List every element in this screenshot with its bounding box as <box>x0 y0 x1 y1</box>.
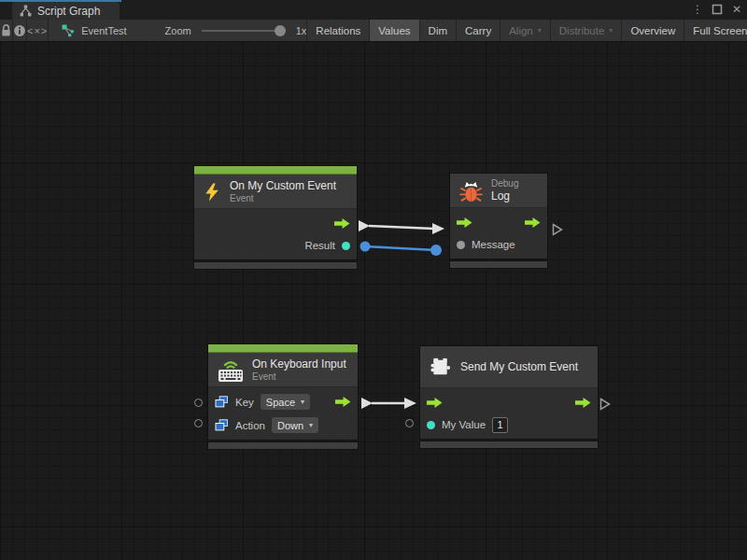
caret-down-icon: ▾ <box>609 26 613 35</box>
window-menu-icon[interactable]: ⋮ <box>691 3 704 16</box>
maximize-icon[interactable] <box>712 4 723 15</box>
port-row: Action Down ▾ <box>215 413 351 437</box>
port-row: Message <box>457 233 541 256</box>
port-row <box>201 212 350 234</box>
event-node-color-bar <box>208 344 358 353</box>
node-title: Send My Custom Event <box>460 360 578 374</box>
node-body: My Value 1 <box>420 388 598 439</box>
custom-event-icon <box>430 357 452 378</box>
port-label-result: Result <box>304 240 335 251</box>
port-row <box>427 391 591 413</box>
keyboard-icon <box>218 358 244 383</box>
action-dropdown[interactable]: Down ▾ <box>272 417 318 433</box>
graph-icon <box>20 5 32 17</box>
zoom-slider-track <box>202 30 286 32</box>
node-footer <box>420 441 598 448</box>
node-title: On Keyboard Input <box>252 357 346 371</box>
enum-icon <box>215 396 229 408</box>
bug-icon <box>459 179 483 203</box>
graph-canvas[interactable] <box>0 41 747 560</box>
flow-output-port[interactable] <box>335 397 351 407</box>
info-button[interactable] <box>13 20 27 41</box>
port-row: My Value 1 <box>427 413 591 436</box>
value-input-port-message[interactable] <box>457 241 465 249</box>
close-icon[interactable]: ✕ <box>730 3 743 16</box>
unconnected-value-port-my-value[interactable] <box>405 419 414 427</box>
enum-icon <box>215 419 229 431</box>
port-label-key: Key <box>235 397 254 408</box>
value-input-port-my-value[interactable] <box>427 421 435 429</box>
tab-title: Script Graph <box>37 5 100 18</box>
event-node-color-bar <box>194 166 357 175</box>
node-body: Key Space ▾ Action Down ▾ <box>208 387 358 440</box>
fullscreen-button[interactable]: Full Screen <box>684 20 747 41</box>
node-header[interactable]: Send My Custom Event <box>420 346 598 388</box>
lightning-icon <box>204 181 221 203</box>
window-controls: ⋮ ✕ <box>691 0 743 19</box>
unconnected-flow-port-send-event[interactable] <box>599 398 611 411</box>
carry-button[interactable]: Carry <box>457 20 500 41</box>
port-row: Result <box>201 234 350 257</box>
action-dropdown-value: Down <box>277 420 303 431</box>
port-label-my-value: My Value <box>442 419 486 430</box>
node-footer <box>450 261 547 268</box>
node-send-my-custom-event[interactable]: Send My Custom Event My Value 1 <box>420 346 598 448</box>
key-dropdown[interactable]: Space ▾ <box>261 394 310 410</box>
port-row <box>457 211 541 233</box>
node-category: Debug <box>491 178 518 189</box>
distribute-button[interactable]: Distribute▾ <box>551 20 623 41</box>
node-subtitle: Event <box>252 371 346 383</box>
zoom-label: Zoom <box>165 25 191 36</box>
unconnected-value-port-action[interactable] <box>194 419 203 427</box>
node-header[interactable]: On My Custom Event Event <box>194 175 357 209</box>
value-output-port-result[interactable] <box>342 242 350 250</box>
node-footer <box>194 262 357 269</box>
lock-icon <box>0 23 12 37</box>
node-footer <box>208 442 358 449</box>
my-value-input[interactable]: 1 <box>492 417 508 433</box>
unconnected-flow-port-debug-log[interactable] <box>552 223 563 236</box>
flow-input-port[interactable] <box>427 398 443 408</box>
tab-script-graph[interactable]: Script Graph <box>12 2 120 20</box>
node-body: Result <box>194 209 357 259</box>
toolbar-main-segment: EventTest Zoom 1x <box>49 20 307 41</box>
flow-output-port[interactable] <box>334 218 350 229</box>
info-icon <box>13 24 26 37</box>
lock-button[interactable] <box>0 20 13 41</box>
overview-button[interactable]: Overview <box>622 20 684 41</box>
node-debug-log[interactable]: Debug Log Message <box>450 174 547 268</box>
node-header[interactable]: Debug Log <box>450 174 547 208</box>
node-title: On My Custom Event <box>230 179 336 193</box>
port-label-action: Action <box>235 420 265 431</box>
graph-name: EventTest <box>81 25 126 36</box>
flow-output-port[interactable] <box>575 398 591 408</box>
flow-input-port[interactable] <box>457 217 472 228</box>
caret-down-icon: ▾ <box>538 26 542 35</box>
node-body: Message <box>450 208 547 259</box>
node-on-my-custom-event[interactable]: On My Custom Event Event Result <box>194 166 357 269</box>
dim-button[interactable]: Dim <box>420 20 457 41</box>
unconnected-value-port-key[interactable] <box>194 399 203 407</box>
script-graph-window: Script Graph ⋮ ✕ <×> <box>0 0 747 560</box>
key-dropdown-value: Space <box>266 397 295 408</box>
node-on-keyboard-input[interactable]: On Keyboard Input Event Key Space ▾ <box>208 344 358 449</box>
zoom-slider[interactable] <box>202 24 286 37</box>
node-header[interactable]: On Keyboard Input Event <box>208 353 358 387</box>
zoom-value: 1x <box>296 25 307 36</box>
node-subtitle: Event <box>230 193 336 204</box>
caret-down-icon: ▾ <box>301 398 304 406</box>
title-bar: Script Graph ⋮ ✕ <box>0 0 747 20</box>
align-button[interactable]: Align▾ <box>500 20 551 41</box>
code-preview-button[interactable]: <×> <box>27 20 49 41</box>
relations-button[interactable]: Relations <box>307 20 370 41</box>
graph-toolbar: <×> EventTest Zoom 1x Relations Values D… <box>0 20 747 41</box>
node-title: Log <box>491 189 518 203</box>
values-button[interactable]: Values <box>370 20 419 41</box>
zoom-slider-handle[interactable] <box>275 25 286 36</box>
code-icon: <×> <box>27 25 48 36</box>
port-label-message: Message <box>472 239 515 250</box>
graph-asset-icon <box>62 24 75 37</box>
flow-output-port[interactable] <box>525 217 541 228</box>
port-row: Key Space ▾ <box>215 390 351 413</box>
caret-down-icon: ▾ <box>309 421 313 429</box>
